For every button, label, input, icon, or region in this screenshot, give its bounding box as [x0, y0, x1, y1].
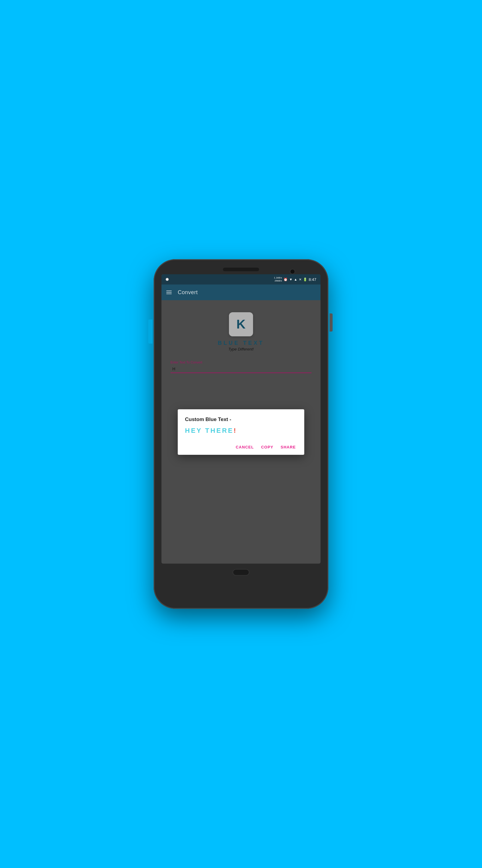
status-right: 1.1kB/s 26kB/s ⏰ ▼ ▲ ✕ 🔋 8:47 [274, 276, 316, 282]
network-speeds: 1.1kB/s 26kB/s [274, 276, 282, 282]
speaker [223, 268, 259, 271]
app-bar-title: Convert [178, 289, 198, 296]
home-button-container [232, 569, 250, 576]
dialog-buttons: CANCEL COPY SHARE [185, 441, 297, 451]
battery-icon: 🔋 [303, 278, 307, 281]
dialog-blue-text: HEY THERE [185, 427, 234, 434]
status-time: 8:47 [309, 277, 316, 282]
status-bar: 1.1kB/s 26kB/s ⏰ ▼ ▲ ✕ 🔋 8:47 [161, 274, 321, 284]
copy-button[interactable]: COPY [260, 443, 275, 451]
camera [290, 269, 295, 274]
alarm-icon: ⏰ [284, 278, 288, 281]
screen: 1.1kB/s 26kB/s ⏰ ▼ ▲ ✕ 🔋 8:47 Convert [161, 274, 321, 564]
app-bar: Convert [161, 284, 321, 300]
status-left [166, 278, 169, 281]
main-content: K BLUE TEXT Type Different! Enter Text T… [161, 300, 321, 564]
status-dot-icon [166, 278, 169, 281]
share-button[interactable]: SHARE [279, 443, 297, 451]
wifi-icon: ▼ [289, 278, 292, 281]
mute-icon: ✕ [299, 278, 301, 281]
phone-frame: 1.1kB/s 26kB/s ⏰ ▼ ▲ ✕ 🔋 8:47 Convert [154, 259, 328, 609]
signal-icon: ▲ [294, 278, 297, 281]
dialog-overlay: Custom Blue Text - HEY THERE! CANCEL COP… [161, 300, 321, 564]
cancel-button[interactable]: CANCEL [234, 443, 255, 451]
dialog-exclaim: ! [234, 427, 237, 434]
dialog-title: Custom Blue Text - [185, 416, 297, 423]
home-button[interactable] [232, 569, 250, 576]
dialog-content: HEY THERE! [185, 427, 297, 435]
menu-icon[interactable] [166, 290, 172, 294]
dialog: Custom Blue Text - HEY THERE! CANCEL COP… [178, 409, 304, 455]
